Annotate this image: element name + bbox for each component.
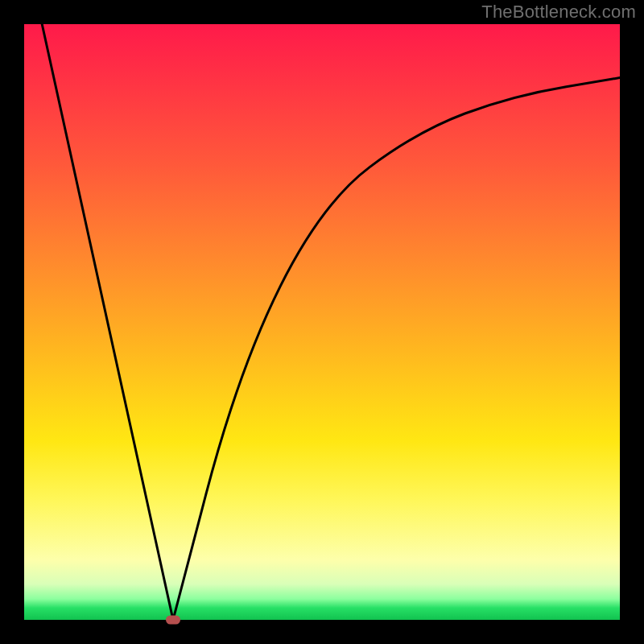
chart-frame: TheBottleneck.com <box>0 0 644 644</box>
watermark-text: TheBottleneck.com <box>481 2 636 23</box>
bottleneck-curve <box>24 24 620 620</box>
optimal-point-marker <box>166 616 180 625</box>
plot-area <box>24 24 620 620</box>
